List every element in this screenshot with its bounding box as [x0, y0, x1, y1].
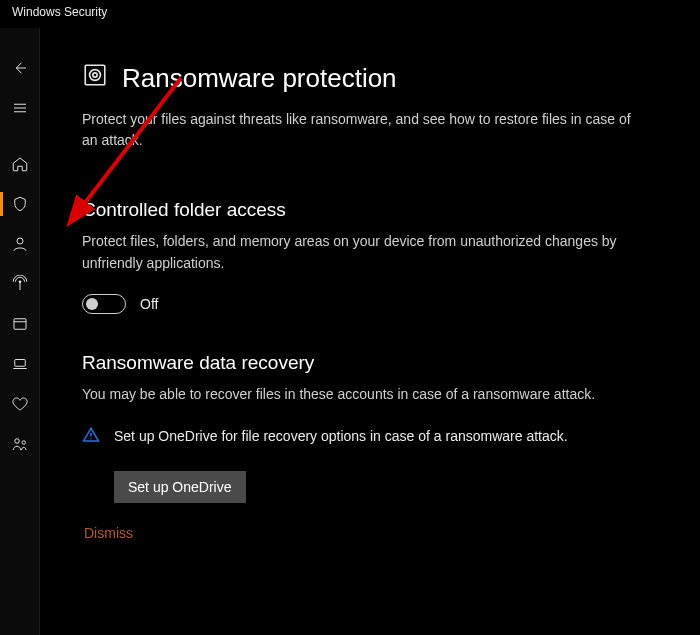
svg-point-9: [93, 73, 97, 77]
svg-rect-7: [85, 65, 105, 85]
sidebar: [0, 28, 40, 635]
section-desc-recovery: You may be able to recover files in thes…: [82, 384, 642, 406]
controlled-folder-access-toggle[interactable]: [82, 294, 126, 314]
ransomware-icon: [82, 62, 108, 95]
page-title: Ransomware protection: [82, 62, 666, 95]
svg-rect-2: [14, 319, 26, 330]
svg-point-8: [90, 70, 101, 81]
svg-point-4: [14, 439, 19, 444]
person-icon: [11, 235, 29, 253]
annotation-arrow: [46, 68, 216, 248]
svg-point-1: [19, 281, 21, 283]
menu-button[interactable]: [0, 88, 40, 128]
antenna-icon: [11, 275, 29, 293]
sidebar-item-family[interactable]: [0, 424, 40, 464]
sidebar-item-account[interactable]: [0, 224, 40, 264]
section-title-cfa: Controlled folder access: [82, 199, 666, 221]
setup-onedrive-button[interactable]: Set up OneDrive: [114, 471, 246, 503]
hamburger-icon: [11, 99, 29, 117]
back-button[interactable]: [0, 48, 40, 88]
home-icon: [11, 155, 29, 173]
heart-icon: [11, 395, 29, 413]
sidebar-item-app-browser[interactable]: [0, 304, 40, 344]
sidebar-item-home[interactable]: [0, 144, 40, 184]
toggle-state-label: Off: [140, 296, 158, 312]
page-description: Protect your files against threats like …: [82, 109, 642, 151]
svg-point-10: [90, 438, 92, 440]
warning-icon: [82, 426, 100, 447]
alert-text: Set up OneDrive for file recovery option…: [114, 426, 568, 447]
dismiss-link[interactable]: Dismiss: [84, 525, 666, 541]
window-title: Windows Security: [0, 0, 700, 28]
content-area: Ransomware protection Protect your files…: [40, 28, 700, 635]
svg-point-0: [17, 238, 23, 244]
section-title-recovery: Ransomware data recovery: [82, 352, 666, 374]
laptop-icon: [11, 355, 29, 373]
shield-icon: [11, 195, 29, 213]
sidebar-item-device-security[interactable]: [0, 344, 40, 384]
sidebar-item-firewall[interactable]: [0, 264, 40, 304]
svg-point-5: [22, 441, 25, 444]
sidebar-item-virus-threat[interactable]: [0, 184, 40, 224]
family-icon: [11, 435, 29, 453]
sidebar-item-device-health[interactable]: [0, 384, 40, 424]
window-icon: [11, 315, 29, 333]
page-title-text: Ransomware protection: [122, 63, 397, 94]
back-arrow-icon: [11, 59, 29, 77]
svg-rect-3: [14, 360, 25, 367]
section-desc-cfa: Protect files, folders, and memory areas…: [82, 231, 642, 274]
